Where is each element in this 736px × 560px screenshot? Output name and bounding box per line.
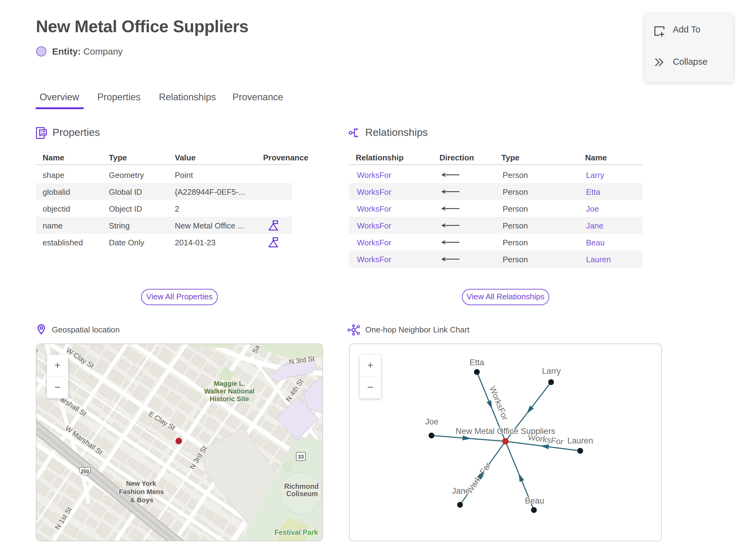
svg-text:Jane: Jane (452, 486, 470, 496)
svg-text:Beau: Beau (525, 496, 544, 505)
svg-text:Richmond: Richmond (284, 482, 319, 490)
svg-text:Lauren: Lauren (567, 436, 593, 445)
svg-text:Walker National: Walker National (204, 387, 255, 395)
svg-text:33: 33 (298, 454, 304, 460)
svg-text:New York: New York (126, 480, 156, 487)
svg-text:250: 250 (81, 469, 89, 474)
svg-text:Larry: Larry (542, 366, 561, 376)
svg-text:Maggie L.: Maggie L. (214, 380, 245, 387)
svg-text:Coliseum: Coliseum (286, 490, 318, 498)
svg-text:Historic Site: Historic Site (210, 395, 249, 403)
svg-text:New Metal Office Suppliers: New Metal Office Suppliers (455, 427, 555, 436)
svg-text:& Boys: & Boys (130, 496, 153, 504)
svg-text:Festival Park: Festival Park (274, 528, 318, 536)
svg-text:Fashion Mens: Fashion Mens (119, 488, 164, 496)
svg-text:Etta: Etta (470, 358, 485, 367)
svg-text:Joe: Joe (425, 417, 439, 426)
